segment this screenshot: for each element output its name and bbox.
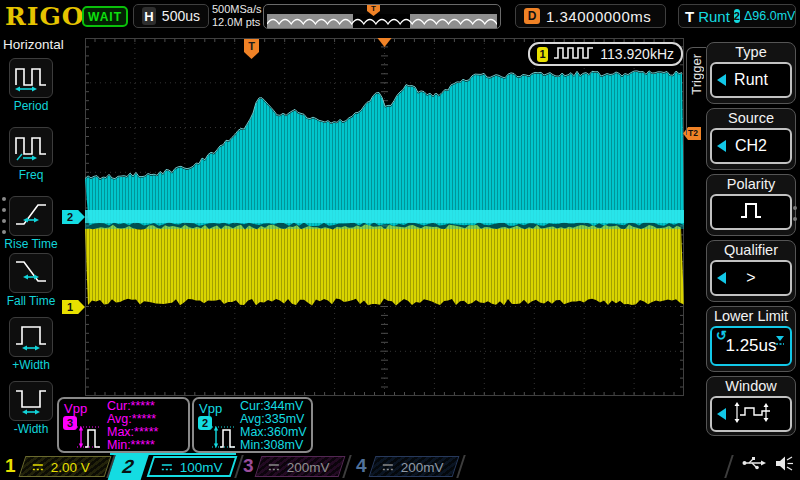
softkey-title: Lower Limit (707, 307, 795, 325)
acquisition-info: 500MSa/s 12.0M pts (212, 3, 262, 29)
timebase-value: 500us (162, 8, 200, 24)
measurement-name: Vpp (199, 401, 222, 416)
chevron-left-icon (717, 408, 726, 420)
qualifier-setting: > (746, 269, 755, 287)
oscilloscope-screen: RIGOL WAIT H 500us 500MSa/s 12.0M pts T … (0, 0, 800, 480)
ch1-scale-button[interactable]: 2.00 V (19, 456, 112, 477)
memory-depth: 12.0M pts (212, 16, 262, 29)
minus-width-icon (13, 383, 49, 419)
ch1-scale-value: 2.00 V (51, 459, 90, 474)
svg-text:T: T (248, 40, 255, 52)
chevron-left-icon (717, 140, 726, 152)
dc-coupling-icon (381, 458, 395, 476)
trigger-source-setting: CH2 (735, 137, 767, 155)
measure-item-label: +Width (0, 358, 62, 372)
timebase-box[interactable]: H 500us (133, 4, 209, 28)
measure-item-freq[interactable]: Freq (0, 127, 62, 182)
channel-status-bar: 1 2.00 V 2 100mV 3 200mV 4 (0, 453, 800, 480)
measure-item-fall-time[interactable]: Fall Time (0, 253, 62, 308)
delay-label: D (524, 8, 540, 24)
softkey-title: Type (707, 43, 795, 61)
vpp-icon (75, 422, 103, 454)
measure-item-minus-width[interactable]: -Width (0, 381, 62, 436)
run-state-badge[interactable]: WAIT (82, 6, 128, 27)
waveform-display: T (85, 38, 684, 396)
measurement-values: Cur:344mV Avg:335mV Max:360mV Min:308mV (240, 400, 307, 452)
left-menu-title: Horizontal (3, 37, 64, 52)
usb-icon (742, 455, 766, 476)
speaker-muted-icon (774, 455, 794, 476)
frequency-counter-badge: 1 113.920kHz (528, 42, 683, 66)
measure-item-label: Freq (0, 168, 62, 182)
measurement-box-ch3[interactable]: Vpp 3 Cur:***** Avg:***** Max:***** Min:… (57, 397, 190, 453)
measurement-box-ch2[interactable]: Vpp 2 Cur:344mV Avg:335mV Max:360mV Min:… (192, 397, 313, 453)
horizontal-preview[interactable]: T (263, 4, 501, 29)
square-wave-icon (553, 45, 595, 64)
dc-coupling-icon (267, 458, 281, 476)
divider (724, 455, 733, 478)
softkey-trigger-qualifier[interactable]: Qualifier > (706, 240, 796, 302)
window-icon (728, 400, 774, 428)
ch4-number[interactable]: 4 (356, 455, 367, 477)
frequency-value: 113.920kHz (600, 46, 674, 62)
measure-item-label: Rise Time (0, 237, 62, 251)
softkey-title: Source (707, 109, 795, 127)
ch2-scale-value: 100mV (180, 459, 223, 474)
vpp-icon (210, 422, 238, 454)
ch3-number[interactable]: 3 (243, 455, 254, 477)
softkey-lower-limit[interactable]: Lower Limit ↺ 1.25us (706, 306, 796, 372)
chevron-left-icon (717, 74, 726, 86)
delay-box[interactable]: D 1.34000000ms (515, 4, 666, 28)
measurement-values: Cur:***** Avg:***** Max:***** Min:***** (107, 400, 158, 452)
softkey-trigger-type[interactable]: Type Runt (706, 42, 796, 104)
ch1-number[interactable]: 1 (5, 455, 16, 477)
measurement-name: Vpp (64, 401, 87, 416)
preview-waveform (267, 14, 497, 28)
ch4-scale-value: 200mV (401, 459, 444, 474)
measure-item-plus-width[interactable]: +Width (0, 317, 62, 372)
system-status-icons (742, 455, 794, 476)
softkey-title: Qualifier (707, 241, 795, 259)
fall-time-icon (13, 255, 49, 291)
trigger-label: T (685, 8, 694, 25)
dc-coupling-icon (160, 458, 174, 476)
trigger-level-value: Δ96.0mV (744, 9, 795, 23)
measure-item-label: -Width (0, 422, 62, 436)
numeric-entry-icon (774, 330, 786, 350)
ch3-scale-value: 200mV (287, 459, 330, 474)
measure-item-period[interactable]: Period (0, 58, 62, 113)
ch2-number[interactable]: 2 (108, 453, 150, 480)
dc-coupling-icon (31, 458, 45, 476)
freq-icon (13, 129, 49, 165)
lower-limit-value: 1.25us (725, 336, 776, 356)
menu-page-dot (793, 206, 797, 210)
positive-pulse-icon (736, 199, 766, 225)
menu-page-dot (2, 208, 6, 212)
graticule-and-traces: T (85, 38, 684, 396)
ch2-scale-button[interactable]: 100mV (147, 456, 238, 477)
knob-rotate-icon: ↺ (716, 328, 727, 343)
delay-value: 1.34000000ms (546, 8, 651, 25)
counter-channel-badge: 1 (537, 47, 548, 62)
softkey-title: Window (707, 377, 795, 395)
rise-time-icon (13, 198, 49, 234)
ch3-scale-button[interactable]: 200mV (255, 456, 346, 477)
trigger-type-setting: Runt (734, 71, 768, 89)
measure-item-rise-time[interactable]: Rise Time (0, 196, 62, 251)
softkey-window[interactable]: Window (706, 376, 796, 436)
ch1-level-marker[interactable]: 1 (62, 300, 85, 314)
trigger-type-value: Runt (698, 8, 730, 25)
softkey-trigger-source[interactable]: Source CH2 (706, 108, 796, 170)
ch4-scale-button[interactable]: 200mV (369, 456, 460, 477)
measure-item-label: Period (0, 99, 62, 113)
menu-page-dot (2, 197, 6, 201)
trigger-status-box[interactable]: T Runt 2 Δ96.0mV (678, 4, 796, 28)
softkey-title: Polarity (707, 175, 795, 193)
menu-page-dot (2, 230, 6, 234)
horizontal-label: H (142, 7, 156, 25)
ch2-level-marker[interactable]: 2 (62, 210, 85, 224)
measure-item-label: Fall Time (0, 294, 62, 308)
period-icon (13, 60, 49, 96)
softkey-trigger-polarity[interactable]: Polarity (706, 174, 796, 236)
trigger-source-badge: 2 (734, 9, 740, 23)
